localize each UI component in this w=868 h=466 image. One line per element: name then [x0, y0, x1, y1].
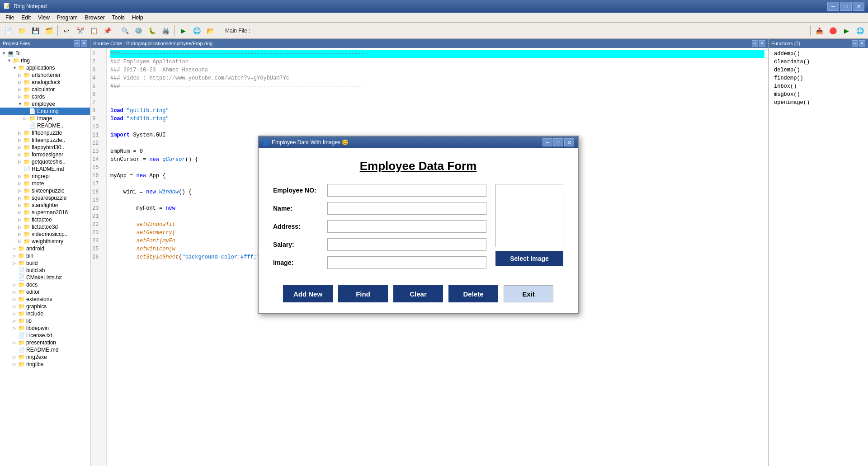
toolbar-find[interactable]: 🔍 — [118, 24, 131, 37]
tree-item-readme-root[interactable]: 📄 README.md — [0, 346, 90, 353]
toolbar-right4[interactable]: 🌐 — [854, 24, 866, 37]
exit-button[interactable]: Exit — [504, 285, 553, 302]
toolbar-save-all[interactable]: 🗂️ — [42, 24, 55, 37]
tree-item-build[interactable]: ▷ 📁 build — [0, 259, 90, 267]
toolbar-folder-open[interactable]: 📂 — [204, 24, 217, 37]
toolbar-play2[interactable]: ▶ — [840, 24, 853, 37]
maximize-button[interactable]: □ — [840, 2, 852, 11]
tree-item-sixteenpuzzle[interactable]: ▷ 📁 sixteenpuzzle — [0, 187, 90, 194]
select-image-button[interactable]: Select Image — [495, 251, 563, 266]
menu-browser[interactable]: Browser — [81, 14, 108, 22]
toolbar-paste[interactable]: 📌 — [101, 24, 113, 37]
menu-program[interactable]: Program — [53, 14, 81, 22]
dialog-close[interactable]: ✕ — [564, 138, 574, 146]
tree-item-rnote[interactable]: ▷ 📁 rnote — [0, 180, 90, 187]
func-openimage[interactable]: openimage() — [769, 99, 868, 107]
tree-item-flappybird[interactable]: ▷ 📁 flappybird30.. — [0, 144, 90, 151]
menu-edit[interactable]: Edit — [18, 14, 34, 22]
tree-item-squarespuzzle[interactable]: ▷ 📁 squarespuzzle — [0, 194, 90, 202]
tree-item-fifteenpuzzle2[interactable]: ▷ 📁 fifteenpuzzle.. — [0, 137, 90, 144]
func-msgbox[interactable]: msgbox() — [769, 90, 868, 99]
tree-item-calculator[interactable]: ▷ 📁 calculator — [0, 86, 90, 93]
toolbar-new[interactable]: 📄 — [2, 24, 14, 37]
tree-item-ring[interactable]: ▼ 📁 ring — [0, 57, 90, 64]
tree-item-cards[interactable]: ▷ 📁 cards — [0, 93, 90, 100]
tree-item-videomusiccp[interactable]: ▷ 📁 videomusiccp.. — [0, 231, 90, 238]
toolbar-cut[interactable]: ✂️ — [74, 24, 86, 37]
tree-item-ringrepl[interactable]: ▷ 📁 ringrepl — [0, 173, 90, 180]
toolbar-save[interactable]: 💾 — [29, 24, 42, 37]
delete-button[interactable]: Delete — [448, 285, 498, 302]
func-close[interactable]: ✕ — [859, 40, 865, 47]
tree-item-editor[interactable]: ▷ 📁 editor — [0, 288, 90, 296]
toolbar-copy[interactable]: 📋 — [87, 24, 100, 37]
panel-close[interactable]: ✕ — [81, 40, 87, 47]
tree-item-buildsh[interactable]: 📄 build.sh — [0, 267, 90, 274]
tree-item-weighthistory[interactable]: ▷ 📁 weighthistory — [0, 238, 90, 245]
toolbar-run[interactable]: ▶ — [177, 24, 189, 37]
find-button[interactable]: Find — [338, 285, 388, 302]
input-empno[interactable] — [327, 184, 486, 197]
panel-minimize[interactable]: ─ — [74, 40, 80, 47]
add-new-button[interactable]: Add New — [283, 285, 333, 302]
tree-item-readme-employee[interactable]: 📄 README.. — [0, 122, 90, 129]
tree-item-cmake[interactable]: 📄 CMakeLists.txt — [0, 274, 90, 281]
menu-tools[interactable]: Tools — [108, 14, 128, 22]
editor-close[interactable]: ✕ — [759, 40, 765, 47]
toolbar-print[interactable]: 🖨️ — [159, 24, 172, 37]
toolbar-settings[interactable]: ⚙️ — [132, 24, 145, 37]
close-button[interactable]: ✕ — [853, 2, 864, 11]
func-minimize[interactable]: ─ — [852, 40, 858, 47]
tree-item-tictactoe[interactable]: ▷ 📁 tictactoe — [0, 216, 90, 223]
tree-item-readme-app[interactable]: 📄 README.md — [0, 165, 90, 173]
input-address[interactable] — [327, 220, 486, 233]
tree-item-image[interactable]: ▷ 📁 Image — [0, 115, 90, 122]
toolbar-debug[interactable]: 🐛 — [146, 24, 158, 37]
func-findemp[interactable]: findemp() — [769, 74, 868, 82]
tree-item-include[interactable]: ▷ 📁 include — [0, 310, 90, 317]
toolbar-open[interactable]: 📁 — [15, 24, 28, 37]
tree-item-starsfighter[interactable]: ▷ 📁 starsfighter — [0, 202, 90, 209]
toolbar-right1[interactable]: 📤 — [813, 24, 826, 37]
tree-item-urlshortener[interactable]: ▷ 📁 urlshortener — [0, 71, 90, 79]
tree-item-presentation[interactable]: ▷ 📁 presentation — [0, 339, 90, 346]
tree-item-extensions[interactable]: ▷ 📁 extensions — [0, 296, 90, 303]
input-salary[interactable] — [327, 238, 486, 251]
tree-item-analogclock[interactable]: ▷ 📁 analogclock — [0, 79, 90, 86]
tree-item-emp-ring[interactable]: 📄 Emp.ring — [0, 108, 90, 115]
editor-minimize[interactable]: ─ — [752, 40, 758, 47]
tree-item-b[interactable]: ▼ 💻 B: — [0, 50, 90, 57]
tree-item-fifteenpuzzle[interactable]: ▷ 📁 fifteenpuzzle — [0, 129, 90, 137]
tree-item-android[interactable]: ▷ 📁 android — [0, 245, 90, 252]
tree-item-lib[interactable]: ▷ 📁 lib — [0, 317, 90, 325]
menu-help[interactable]: Help — [128, 14, 147, 22]
toolbar-globe[interactable]: 🌐 — [190, 24, 203, 37]
tree-view[interactable]: ▼ 💻 B: ▼ 📁 ring ▼ 📁 applications ▷ 📁 url… — [0, 48, 90, 466]
input-image[interactable] — [327, 256, 486, 269]
menu-view[interactable]: View — [34, 14, 53, 22]
tree-item-employee[interactable]: ▼ 📁 employee — [0, 100, 90, 108]
tree-item-bin[interactable]: ▷ 📁 bin — [0, 252, 90, 259]
dialog-minimize[interactable]: ─ — [542, 138, 552, 146]
dialog-maximize[interactable]: □ — [553, 138, 563, 146]
input-name[interactable] — [327, 202, 486, 215]
tree-item-superman[interactable]: ▷ 📁 superman2016 — [0, 209, 90, 216]
tree-item-libdepwin[interactable]: ▷ 📁 libdepwin — [0, 325, 90, 332]
tree-item-graphics[interactable]: ▷ 📁 graphics — [0, 303, 90, 310]
func-addemp[interactable]: addemp() — [769, 50, 868, 58]
toolbar-right2[interactable]: 🔴 — [826, 24, 839, 37]
func-inbox[interactable]: inbox() — [769, 82, 868, 90]
tree-item-applications[interactable]: ▼ 📁 applications — [0, 64, 90, 71]
minimize-button[interactable]: ─ — [827, 2, 839, 11]
func-cleardata[interactable]: cleardata() — [769, 58, 868, 66]
tree-item-docs[interactable]: ▷ 📁 docs — [0, 281, 90, 288]
tree-item-tictactoe3d[interactable]: ▷ 📁 tictactoe3d — [0, 223, 90, 231]
tree-item-formdesigner[interactable]: ▷ 📁 formdesigner — [0, 151, 90, 158]
func-delemp[interactable]: delemp() — [769, 66, 868, 74]
toolbar-undo[interactable]: ↩ — [60, 24, 73, 37]
clear-button[interactable]: Clear — [393, 285, 443, 302]
tree-item-ring2exe[interactable]: ▷ 📁 ring2exe — [0, 353, 90, 361]
tree-item-ringlibs[interactable]: ▷ 📁 ringlibs — [0, 361, 90, 368]
menu-file[interactable]: File — [2, 14, 18, 22]
tree-item-license[interactable]: 📄 License.txt — [0, 332, 90, 339]
